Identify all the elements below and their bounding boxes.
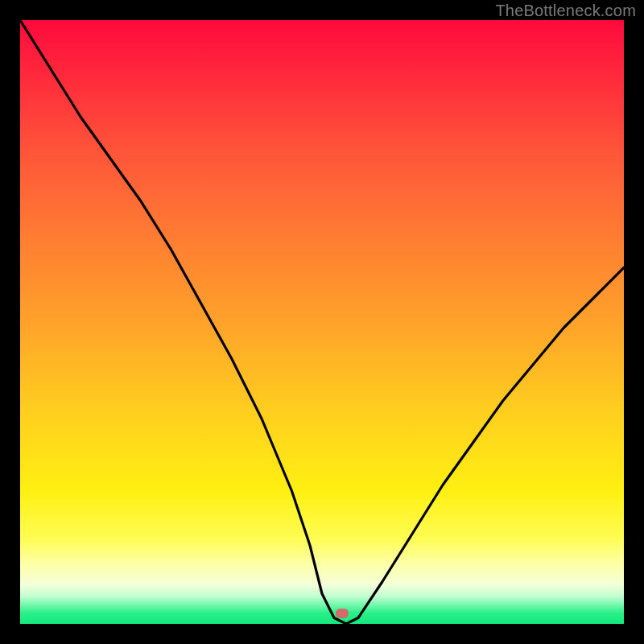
plot-area (20, 20, 624, 624)
chart-frame: TheBottleneck.com (0, 0, 644, 644)
optimal-point-marker (336, 609, 349, 618)
watermark-text: TheBottleneck.com (495, 2, 636, 20)
bottleneck-curve (20, 20, 624, 624)
